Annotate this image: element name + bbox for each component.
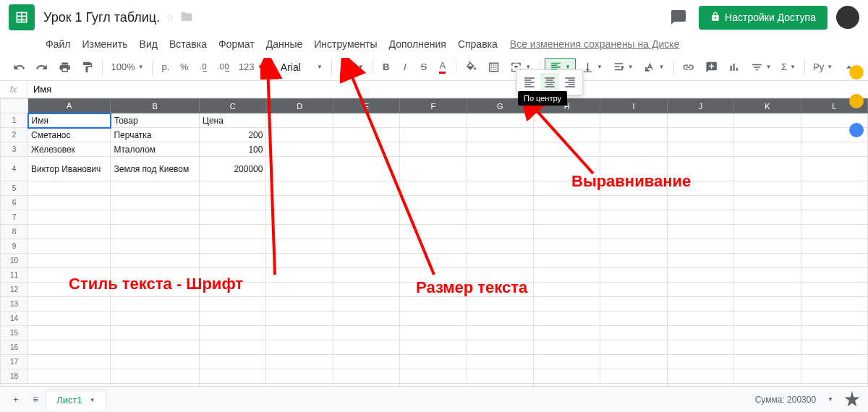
row-header[interactable]: 3: [1, 142, 28, 157]
cell[interactable]: [534, 369, 600, 384]
cell[interactable]: [667, 128, 733, 142]
cell[interactable]: [734, 369, 801, 384]
cell[interactable]: [467, 210, 533, 225]
cell[interactable]: [28, 254, 111, 268]
cell[interactable]: [400, 225, 467, 239]
cell[interactable]: [400, 326, 467, 340]
cell[interactable]: [200, 283, 266, 297]
cell[interactable]: [333, 225, 399, 239]
cell[interactable]: [200, 355, 266, 369]
menu-tools[interactable]: Инструменты: [309, 36, 382, 52]
font-select[interactable]: Arial▼: [276, 58, 327, 77]
cell[interactable]: 100: [200, 142, 266, 157]
menu-addons[interactable]: Дополнения: [384, 36, 451, 52]
cell[interactable]: [111, 326, 200, 340]
cell[interactable]: [667, 326, 733, 340]
cell[interactable]: [801, 254, 867, 268]
row-header[interactable]: 15: [1, 326, 28, 340]
cell[interactable]: [400, 340, 467, 355]
add-sheet-button[interactable]: +: [6, 390, 26, 409]
avatar[interactable]: [836, 6, 859, 29]
input-language-button[interactable]: Ру▼: [809, 58, 837, 77]
cell[interactable]: [111, 340, 200, 355]
cell[interactable]: [333, 297, 399, 312]
cell[interactable]: [534, 113, 600, 128]
cell[interactable]: [534, 128, 600, 142]
row-header[interactable]: 2: [1, 128, 28, 142]
cell[interactable]: [667, 297, 733, 312]
cell[interactable]: [400, 355, 467, 369]
cell[interactable]: [400, 181, 467, 196]
font-size-select[interactable]: 10▼: [336, 58, 368, 77]
cell[interactable]: [200, 239, 266, 254]
text-wrap-button[interactable]: ▼: [608, 58, 638, 77]
cell[interactable]: [600, 254, 667, 268]
cell[interactable]: [111, 225, 200, 239]
cell[interactable]: [534, 254, 600, 268]
row-header[interactable]: 5: [1, 181, 28, 196]
cell[interactable]: [200, 268, 266, 283]
cell[interactable]: [28, 239, 111, 254]
cell[interactable]: [801, 369, 867, 384]
undo-button[interactable]: [9, 58, 30, 77]
cell[interactable]: [734, 254, 801, 268]
row-header[interactable]: 18: [1, 369, 28, 384]
cell[interactable]: [801, 210, 867, 225]
row-header[interactable]: 12: [1, 283, 28, 297]
cell[interactable]: [467, 268, 533, 283]
row-header[interactable]: 7: [1, 210, 28, 225]
cell[interactable]: [467, 283, 533, 297]
cell[interactable]: [801, 340, 867, 355]
cell[interactable]: [333, 254, 399, 268]
col-header[interactable]: J: [667, 99, 733, 113]
cell[interactable]: [534, 283, 600, 297]
percent-button[interactable]: %: [176, 58, 193, 77]
all-sheets-button[interactable]: ≡: [26, 390, 46, 409]
cell[interactable]: [534, 239, 600, 254]
cell[interactable]: [333, 239, 399, 254]
cell[interactable]: [801, 312, 867, 326]
cell[interactable]: [266, 369, 333, 384]
cell[interactable]: [111, 283, 200, 297]
cell[interactable]: [534, 157, 600, 181]
cell[interactable]: [333, 326, 399, 340]
cell[interactable]: [734, 326, 801, 340]
cell[interactable]: [266, 239, 333, 254]
cell[interactable]: [200, 340, 266, 355]
cell[interactable]: [801, 239, 867, 254]
cell[interactable]: [667, 181, 733, 196]
cell[interactable]: [333, 181, 399, 196]
cell[interactable]: [734, 225, 801, 239]
menu-data[interactable]: Данные: [261, 36, 308, 52]
cell[interactable]: [111, 254, 200, 268]
cell[interactable]: [534, 142, 600, 157]
cell[interactable]: [600, 128, 667, 142]
cell[interactable]: [200, 312, 266, 326]
cell[interactable]: [734, 355, 801, 369]
cell[interactable]: [667, 268, 733, 283]
sheet-tab[interactable]: Лист1▼: [46, 390, 106, 410]
cell[interactable]: Сметанос: [28, 128, 111, 142]
cell[interactable]: [111, 355, 200, 369]
row-header[interactable]: 10: [1, 254, 28, 268]
cell[interactable]: [801, 142, 867, 157]
cell[interactable]: [734, 196, 801, 210]
cell[interactable]: [801, 225, 867, 239]
cell[interactable]: [266, 355, 333, 369]
text-rotation-button[interactable]: ▼: [639, 58, 669, 77]
cell[interactable]: [333, 369, 399, 384]
cell[interactable]: [333, 210, 399, 225]
cell[interactable]: [111, 369, 200, 384]
currency-button[interactable]: р.: [157, 58, 174, 77]
cell[interactable]: [600, 355, 667, 369]
folder-icon[interactable]: [180, 10, 193, 25]
cell[interactable]: [600, 283, 667, 297]
cell[interactable]: [400, 128, 467, 142]
cell[interactable]: [333, 157, 399, 181]
cell[interactable]: [28, 181, 111, 196]
cell[interactable]: [734, 181, 801, 196]
cell[interactable]: [801, 181, 867, 196]
row-header[interactable]: 4: [1, 157, 28, 181]
decrease-decimal-button[interactable]: .0̲: [195, 58, 212, 77]
cell[interactable]: Товар: [111, 113, 200, 128]
